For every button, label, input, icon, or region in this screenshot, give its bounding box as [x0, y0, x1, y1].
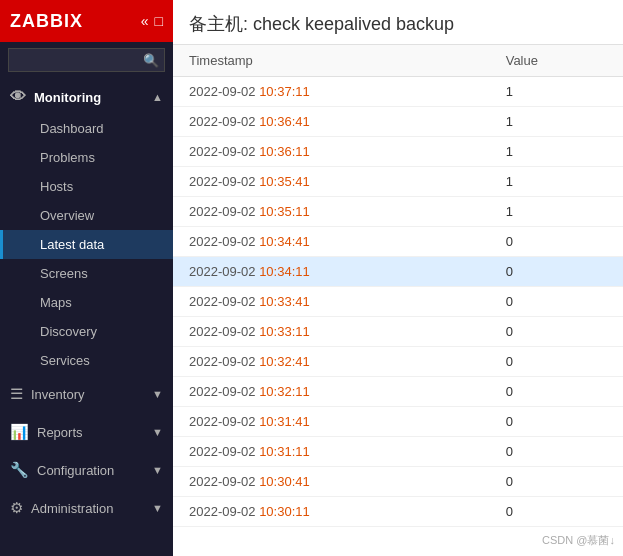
timestamp-cell: 2022-09-02 10:34:11 [173, 257, 490, 287]
sidebar-item-overview[interactable]: Overview [0, 201, 173, 230]
timestamp-time: 10:34:41 [259, 234, 310, 249]
value-cell: 0 [490, 407, 623, 437]
timestamp-date: 2022-09-02 [189, 204, 259, 219]
table-row: 2022-09-02 10:30:110 [173, 497, 623, 527]
value-cell: 0 [490, 317, 623, 347]
timestamp-time: 10:30:41 [259, 474, 310, 489]
timestamp-time: 10:31:11 [259, 444, 310, 459]
timestamp-time: 10:32:11 [259, 384, 310, 399]
sidebar-search-container: 🔍 [0, 42, 173, 78]
sidebar-header-icons: « □ [141, 13, 163, 29]
table-row: 2022-09-02 10:35:411 [173, 167, 623, 197]
sidebar-item-screens[interactable]: Screens [0, 259, 173, 288]
value-cell: 1 [490, 167, 623, 197]
col-value: Value [490, 45, 623, 77]
monitoring-section: 👁 Monitoring ▲ Dashboard Problems Hosts … [0, 78, 173, 375]
table-row: 2022-09-02 10:30:410 [173, 467, 623, 497]
sidebar-item-problems[interactable]: Problems [0, 143, 173, 172]
timestamp-cell: 2022-09-02 10:30:11 [173, 497, 490, 527]
data-table: Timestamp Value 2022-09-02 10:37:1112022… [173, 45, 623, 527]
timestamp-time: 10:34:11 [259, 264, 310, 279]
timestamp-date: 2022-09-02 [189, 354, 259, 369]
value-cell: 0 [490, 257, 623, 287]
reports-icon: 📊 [10, 423, 29, 441]
timestamp-date: 2022-09-02 [189, 444, 259, 459]
configuration-label: Configuration [37, 463, 114, 478]
table-row: 2022-09-02 10:36:411 [173, 107, 623, 137]
watermark: CSDN @慕菌↓ [542, 533, 615, 548]
timestamp-cell: 2022-09-02 10:31:41 [173, 407, 490, 437]
value-cell: 1 [490, 197, 623, 227]
table-row: 2022-09-02 10:34:110 [173, 257, 623, 287]
timestamp-time: 10:35:41 [259, 174, 310, 189]
table-wrap[interactable]: Timestamp Value 2022-09-02 10:37:1112022… [173, 45, 623, 556]
timestamp-time: 10:37:11 [259, 84, 310, 99]
table-row: 2022-09-02 10:32:410 [173, 347, 623, 377]
timestamp-date: 2022-09-02 [189, 114, 259, 129]
search-icon: 🔍 [143, 53, 159, 68]
table-row: 2022-09-02 10:36:111 [173, 137, 623, 167]
timestamp-cell: 2022-09-02 10:33:11 [173, 317, 490, 347]
timestamp-date: 2022-09-02 [189, 84, 259, 99]
monitoring-section-header[interactable]: 👁 Monitoring ▲ [0, 78, 173, 114]
sidebar-item-configuration[interactable]: 🔧 Configuration ▼ [0, 451, 173, 489]
timestamp-time: 10:33:41 [259, 294, 310, 309]
value-cell: 0 [490, 467, 623, 497]
timestamp-cell: 2022-09-02 10:30:41 [173, 467, 490, 497]
sidebar: ZABBIX « □ 🔍 👁 Monitoring ▲ Dashboard Pr… [0, 0, 173, 556]
value-cell: 0 [490, 437, 623, 467]
timestamp-cell: 2022-09-02 10:37:11 [173, 77, 490, 107]
timestamp-time: 10:35:11 [259, 204, 310, 219]
administration-icon: ⚙ [10, 499, 23, 517]
administration-label: Administration [31, 501, 113, 516]
sidebar-item-inventory[interactable]: ☰ Inventory ▼ [0, 375, 173, 413]
table-row: 2022-09-02 10:37:111 [173, 77, 623, 107]
table-row: 2022-09-02 10:32:110 [173, 377, 623, 407]
timestamp-time: 10:32:41 [259, 354, 310, 369]
table-row: 2022-09-02 10:34:410 [173, 227, 623, 257]
value-cell: 0 [490, 347, 623, 377]
inventory-chevron: ▼ [152, 388, 163, 400]
timestamp-date: 2022-09-02 [189, 384, 259, 399]
sidebar-item-services[interactable]: Services [0, 346, 173, 375]
table-body: 2022-09-02 10:37:1112022-09-02 10:36:411… [173, 77, 623, 527]
sidebar-item-dashboard[interactable]: Dashboard [0, 114, 173, 143]
main-header: 备主机: check keepalived backup [173, 0, 623, 45]
timestamp-cell: 2022-09-02 10:32:41 [173, 347, 490, 377]
sidebar-header: ZABBIX « □ [0, 0, 173, 42]
sidebar-item-latest-data[interactable]: Latest data [0, 230, 173, 259]
timestamp-date: 2022-09-02 [189, 294, 259, 309]
timestamp-date: 2022-09-02 [189, 504, 259, 519]
collapse-icon[interactable]: « [141, 13, 149, 29]
table-header: Timestamp Value [173, 45, 623, 77]
eye-icon: 👁 [10, 88, 26, 106]
value-cell: 1 [490, 107, 623, 137]
sidebar-item-reports[interactable]: 📊 Reports ▼ [0, 413, 173, 451]
col-timestamp: Timestamp [173, 45, 490, 77]
inventory-icon: ☰ [10, 385, 23, 403]
search-input[interactable] [8, 48, 165, 72]
reports-label: Reports [37, 425, 83, 440]
expand-icon[interactable]: □ [155, 13, 163, 29]
timestamp-time: 10:30:11 [259, 504, 310, 519]
timestamp-cell: 2022-09-02 10:35:41 [173, 167, 490, 197]
sidebar-item-maps[interactable]: Maps [0, 288, 173, 317]
timestamp-cell: 2022-09-02 10:34:41 [173, 227, 490, 257]
main-wrapper: Timestamp Value 2022-09-02 10:37:1112022… [173, 45, 623, 556]
table-row: 2022-09-02 10:33:410 [173, 287, 623, 317]
table-row: 2022-09-02 10:35:111 [173, 197, 623, 227]
administration-chevron: ▼ [152, 502, 163, 514]
sidebar-item-discovery[interactable]: Discovery [0, 317, 173, 346]
timestamp-cell: 2022-09-02 10:32:11 [173, 377, 490, 407]
main-content: 备主机: check keepalived backup Timestamp V… [173, 0, 623, 556]
timestamp-date: 2022-09-02 [189, 234, 259, 249]
timestamp-date: 2022-09-02 [189, 174, 259, 189]
value-cell: 1 [490, 137, 623, 167]
value-cell: 0 [490, 287, 623, 317]
sidebar-item-administration[interactable]: ⚙ Administration ▼ [0, 489, 173, 527]
table-row: 2022-09-02 10:31:110 [173, 437, 623, 467]
value-cell: 0 [490, 377, 623, 407]
sidebar-item-hosts[interactable]: Hosts [0, 172, 173, 201]
timestamp-cell: 2022-09-02 10:36:11 [173, 137, 490, 167]
configuration-chevron: ▼ [152, 464, 163, 476]
